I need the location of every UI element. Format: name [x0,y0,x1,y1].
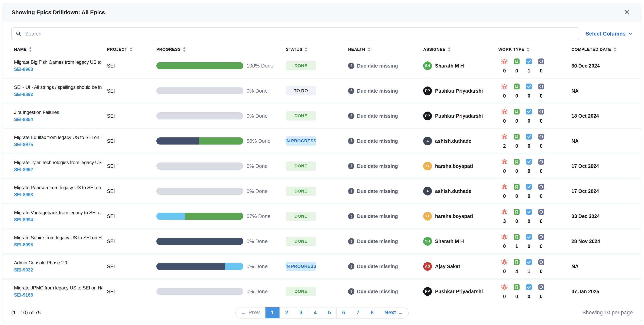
sort-icon[interactable] [368,47,370,52]
search-input[interactable] [25,28,575,40]
page-button-2[interactable]: 2 [280,307,294,318]
completed-date-cell: 07 Jan 2025 [572,289,633,294]
exclamation-icon: ! [348,138,354,144]
table-row[interactable]: Migrate Vantagebank from legacy to SEI o… [3,204,641,228]
assignee-cell: AS Ajay Sakat [423,262,498,271]
assignee-name: ashish.duthade [435,188,471,194]
epic-id-link[interactable]: SEI-8994 [14,217,33,223]
avatar: H [423,212,432,221]
bug-icon [498,259,510,265]
circle-icon [535,183,547,190]
progress-segment [156,263,225,270]
page-button-8[interactable]: 8 [365,307,379,318]
status-badge: DONE [286,212,316,221]
page-button-1[interactable]: 1 [265,307,280,318]
bug-icon [498,234,510,240]
table-row[interactable]: Migrate Pearson from legacy US to SEI on… [3,179,641,203]
avatar: A [423,137,432,145]
page-button-5[interactable]: 5 [322,307,336,318]
progress-segment [156,87,243,94]
status-badge: IN PROGRESS [286,262,316,271]
status-badge: DONE [286,162,316,171]
bug-icon [498,183,510,190]
column-label: Work Type [498,47,524,52]
completed-date-cell: 03 Dec 2024 [572,213,633,219]
page-button-4[interactable]: 4 [308,307,322,318]
name-cell: Migrate Big Fish Games from legacy US to… [14,59,107,72]
select-columns-button[interactable]: Select Columns [586,31,633,37]
work-type-count: 0 [523,143,535,149]
health-label: Due date missing [357,264,398,269]
work-type-count: 0 [510,68,523,74]
table-row[interactable]: Migrate Squire from legacy US to SEI on … [3,229,641,253]
progress-bar [156,188,243,195]
epics-drilldown-modal: Showing Epics Drilldown: All Epics ✕ Sel… [3,3,641,322]
circle-icon [535,83,547,90]
column-header-work-type[interactable]: Work Type [498,47,572,52]
epic-id-link[interactable]: SEI-8975 [14,142,33,147]
column-header-name[interactable]: Name [14,47,107,52]
column-header-completed-date[interactable]: Completed Date [572,47,633,52]
page-button-6[interactable]: 6 [336,307,351,318]
epic-id-link[interactable]: SEI-8892 [14,92,33,97]
work-type-cell: 0 0 0 0 [498,183,572,199]
column-header-progress[interactable]: Progress [156,47,286,52]
progress-bar [156,162,243,170]
column-label: Name [14,47,27,52]
sort-icon[interactable] [183,47,186,52]
column-header-assignee[interactable]: Assignee [423,47,498,52]
sort-icon[interactable] [448,47,451,52]
table-row[interactable]: SEI - UI - All strings / spellings shoul… [3,79,641,103]
table-row[interactable]: Migrate JPMC from legacy US to SEI on Ha… [3,280,641,303]
work-type-count: 1 [523,68,535,74]
epic-id-link[interactable]: SEI-8854 [14,117,33,122]
table-row[interactable]: Migrate Equifax from legacy US to SEI on… [3,129,641,153]
progress-label: 0% Done [246,88,268,94]
work-type-count: 0 [523,244,535,249]
page-button-3[interactable]: 3 [294,307,308,318]
work-type-count: 0 [535,168,547,174]
epic-id-link[interactable]: SEI-8992 [14,167,33,172]
completed-date-cell: 18 Oct 2024 [572,113,633,119]
sort-icon[interactable] [527,47,530,52]
health-cell: ! Due date missing [348,188,423,194]
exclamation-icon: ! [348,263,354,270]
table-row[interactable]: Migrate Tyler Technologies from legacy U… [3,154,641,178]
epic-id-link[interactable]: SEI-9032 [14,267,33,273]
progress-cell: 0% Done [156,288,286,295]
work-type-cell: 2 0 0 0 [498,133,572,149]
progress-bar [156,288,243,295]
bug-icon [498,158,510,165]
sort-icon[interactable] [613,47,616,52]
prev-button[interactable]: ← Prev [236,307,265,318]
assignee-cell: H harsha.boyapati [423,212,498,221]
progress-label: 0% Done [246,113,268,119]
next-button[interactable]: Next → [379,307,408,318]
toolbar: Select Columns [3,22,641,40]
column-header-health[interactable]: Health [348,47,423,52]
epic-name: Jira Ingestion Failures [14,110,102,115]
table-row[interactable]: Jira Ingestion Failures SEI-8854 SEI 0% … [3,104,641,128]
epic-id-link[interactable]: SEI-8995 [14,242,33,248]
column-header-status[interactable]: Status [286,47,348,52]
column-header-project[interactable]: Project [107,47,156,52]
table-row[interactable]: Admin Console Phase 2.1 SEI-9032 SEI 0% … [3,255,641,278]
sort-icon[interactable] [29,47,32,52]
epic-id-link[interactable]: SEI-8993 [14,192,33,197]
page-button-7[interactable]: 7 [351,307,365,318]
epic-id-link[interactable]: SEI-9168 [14,293,33,298]
epic-name: Migrate Big Fish Games from legacy US to… [14,59,102,65]
project-cell: SEI [107,188,156,194]
close-icon[interactable]: ✕ [622,7,632,17]
assignee-cell: SH Sharath M H [423,61,498,70]
select-columns-label: Select Columns [586,31,626,37]
epic-id-link[interactable]: SEI-8963 [14,67,33,72]
sort-icon[interactable] [305,47,308,52]
assignee-cell: SH Sharath M H [423,237,498,246]
result-range-text: (1 - 10) of 75 [11,310,41,316]
table-row[interactable]: Migrate Big Fish Games from legacy US to… [3,54,641,78]
sort-icon[interactable] [130,47,132,52]
assignee-name: Ajay Sakat [435,264,460,269]
epic-name: Admin Console Phase 2.1 [14,260,102,266]
assignee-cell: A ashish.duthade [423,187,498,195]
